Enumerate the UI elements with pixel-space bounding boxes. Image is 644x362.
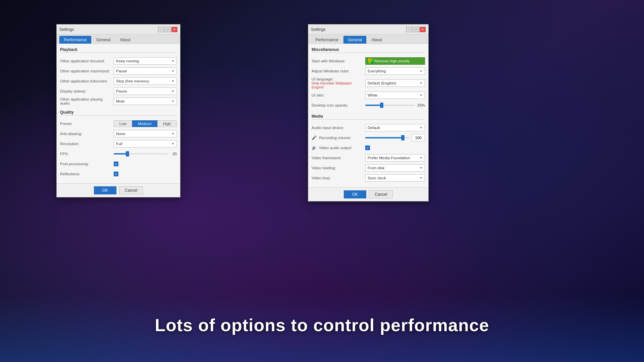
ok-button-2[interactable]: OK — [344, 190, 366, 198]
ok-button-1[interactable]: OK — [94, 186, 116, 194]
desktop-opacity-slider-track[interactable] — [365, 105, 415, 106]
control-maximized: Pause ▼ — [114, 67, 177, 75]
maximize-button-1[interactable]: □ — [165, 27, 171, 32]
tabs-1: Performance General About — [57, 35, 180, 44]
dropdown-audio-input-value: Default — [368, 126, 380, 130]
dropdown-video-framework-arrow: ▼ — [420, 156, 423, 160]
dropdown-video-loading[interactable]: From disk ▼ — [365, 164, 425, 172]
titlebar-1: Settings – □ ✕ — [57, 24, 180, 35]
label-preset: Preset: — [60, 122, 114, 126]
fps-slider-track[interactable] — [114, 153, 168, 155]
label-video-framework: Video framework: — [312, 156, 365, 160]
minimize-button-1[interactable]: – — [158, 27, 164, 32]
dropdown-ui-skin-value: White — [368, 93, 377, 97]
dropdown-maximized[interactable]: Pause ▼ — [114, 67, 177, 75]
ui-language-row: UI language: Help translate Wallpaper En… — [312, 77, 425, 89]
window-content-2: Miscellaneous Start with Windows: Remove… — [308, 44, 428, 187]
control-video-loop: Sync clock ▼ — [365, 174, 425, 182]
dropdown-anti-aliasing-arrow: ▼ — [171, 132, 174, 135]
dropdown-ui-language-value: Default (English) — [368, 81, 396, 85]
preset-medium[interactable]: Medium — [132, 120, 157, 127]
dropdown-fullscreen[interactable]: Stop (free memory) ▼ — [114, 77, 177, 85]
cancel-button-1[interactable]: Cancel — [119, 186, 143, 194]
label-start-windows: Start with Windows: — [312, 59, 365, 63]
tab-general-2[interactable]: General — [343, 36, 367, 44]
checkbox-post-processing[interactable]: ✓ — [114, 162, 118, 166]
playback-row-4: Other application playing audio: Mute ▼ — [60, 97, 177, 105]
checkbox-video-audio-output[interactable]: ✓ — [365, 145, 370, 150]
tab-about-1[interactable]: About — [115, 36, 135, 44]
recording-volume-track[interactable] — [365, 137, 410, 138]
recording-volume-input[interactable] — [412, 134, 425, 141]
tab-general-1[interactable]: General — [92, 36, 115, 44]
tab-performance-2[interactable]: Performance — [311, 36, 343, 44]
dropdown-adjust-color[interactable]: Everything ▼ — [365, 67, 425, 75]
preset-high[interactable]: High — [157, 120, 177, 127]
control-fps: 20 — [114, 152, 177, 156]
speaker-icon: 🔊 — [312, 145, 317, 150]
close-button-1[interactable]: ✕ — [171, 27, 177, 32]
dropdown-resolution[interactable]: Full ▼ — [114, 140, 177, 147]
quality-section-header: Quality — [60, 110, 177, 116]
titlebar-2: Settings – □ ✕ — [308, 24, 428, 35]
label-maximized: Other application maximized: — [60, 69, 114, 73]
dropdown-video-framework[interactable]: Prefer Media Foundation ▼ — [365, 154, 425, 162]
tab-about-2[interactable]: About — [367, 36, 386, 44]
close-button-2[interactable]: ✕ — [420, 27, 426, 32]
dropdown-resolution-arrow: ▼ — [171, 142, 174, 145]
preset-low[interactable]: Low — [114, 120, 132, 127]
label-ui-skin: UI skin: — [312, 93, 365, 97]
bottom-text: Lots of options to control performance — [0, 315, 644, 335]
anti-aliasing-row: Anti-aliasing: None ▼ — [60, 130, 177, 138]
control-fullscreen: Stop (free memory) ▼ — [114, 77, 177, 85]
adjust-color-row: Adjust Windows color: Everything ▼ — [312, 67, 425, 75]
dropdown-display-asleep[interactable]: Pause ▼ — [114, 87, 177, 95]
label-post-processing: Post-processing: — [60, 162, 114, 166]
control-recording-volume — [365, 134, 425, 141]
dropdown-video-loop[interactable]: Sync clock ▼ — [365, 174, 425, 182]
resolution-row: Resolution: Full ▼ — [60, 140, 177, 148]
dropdown-audio[interactable]: Mute ▼ — [114, 98, 177, 105]
misc-section-header: Miscellaneous — [312, 47, 425, 53]
control-anti-aliasing: None ▼ — [114, 130, 177, 137]
dialog-buttons-1: OK Cancel — [57, 183, 180, 197]
dropdown-anti-aliasing[interactable]: None ▼ — [114, 130, 177, 137]
label-ui-language: UI language: Help translate Wallpaper En… — [312, 77, 365, 89]
minimize-button-2[interactable]: – — [406, 27, 412, 32]
dropdown-audio-input[interactable]: Default ▼ — [365, 124, 425, 131]
label-audio-input: Audio input device: — [312, 126, 365, 130]
mic-icon: 🎤 — [312, 135, 317, 140]
video-loop-row: Video loop: Sync clock ▼ — [312, 174, 425, 182]
recording-volume-row: 🎤 Recording volume: — [312, 134, 425, 142]
control-ui-skin: White ▼ — [365, 92, 425, 99]
help-translate-link[interactable]: Help translate Wallpaper Engine! — [312, 81, 352, 89]
dropdown-focused[interactable]: Keep running ▼ — [114, 57, 177, 65]
dropdown-ui-language[interactable]: Default (English) ▼ — [365, 79, 425, 87]
label-resolution: Resolution: — [60, 142, 114, 146]
control-preset: Low Medium High — [114, 120, 177, 127]
playback-row-2: Other application fullscreen: Stop (free… — [60, 77, 177, 85]
label-fps: FPS: — [60, 152, 114, 156]
tab-performance-1[interactable]: Performance — [59, 36, 91, 44]
settings-window-2: Settings – □ ✕ Performance General About… — [308, 24, 429, 201]
cancel-button-2[interactable]: Cancel — [369, 190, 393, 198]
window-content-1: Playback Other application focused: Keep… — [57, 44, 180, 183]
dropdown-maximized-value: Pause — [116, 69, 127, 73]
control-focused: Keep running ▼ — [114, 57, 177, 65]
remove-high-priority-button[interactable]: Remove high priority — [365, 57, 425, 65]
dropdown-ui-skin[interactable]: White ▼ — [365, 92, 425, 99]
label-desktop-opacity: Desktop icon opacity: — [312, 103, 365, 107]
dropdown-ui-language-arrow: ▼ — [420, 81, 423, 85]
dropdown-fullscreen-arrow: ▼ — [171, 79, 174, 83]
audio-input-row: Audio input device: Default ▼ — [312, 124, 425, 132]
control-video-framework: Prefer Media Foundation ▼ — [365, 154, 425, 162]
label-video-loading: Video loading: — [312, 166, 365, 170]
label-video-audio-output: 🔊 Video audio output: — [312, 145, 365, 150]
tabs-2: Performance General About — [308, 35, 428, 44]
maximize-button-2[interactable]: □ — [413, 27, 419, 32]
label-video-loop: Video loop: — [312, 176, 365, 180]
label-audio: Other application playing audio: — [60, 97, 114, 105]
control-resolution: Full ▼ — [114, 140, 177, 147]
checkbox-reflections[interactable]: ✓ — [114, 172, 118, 176]
settings-window-1: Settings – □ ✕ Performance General About… — [56, 24, 180, 197]
